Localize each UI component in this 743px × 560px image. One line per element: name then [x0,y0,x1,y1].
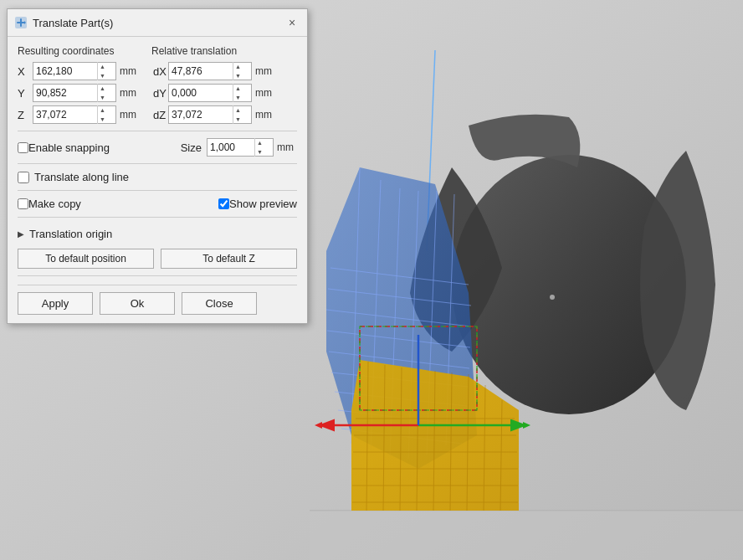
z-spinbox[interactable]: ▲ ▼ [33,105,116,124]
dy-up-arrow[interactable]: ▲ [233,84,243,93]
dx-input[interactable] [169,63,233,80]
size-up-arrow[interactable]: ▲ [255,138,264,147]
y-unit: mm [120,87,140,99]
show-preview-check-group: Show preview [218,198,297,210]
to-default-z-button[interactable]: To default Z [161,249,297,269]
dialog-icon [14,16,28,29]
origin-arrow-icon: ▶ [18,229,24,239]
dz-input[interactable] [169,106,233,123]
size-arrows: ▲ ▼ [254,138,264,157]
size-input[interactable] [208,139,254,156]
dy-arrows: ▲ ▼ [233,84,243,102]
x-arrows: ▲ ▼ [97,62,107,80]
divider-5 [18,275,297,276]
y-coord-row: Y ▲ ▼ mm dY ▲ ▼ mm [18,84,297,102]
dy-spinbox[interactable]: ▲ ▼ [168,84,252,102]
dialog-titlebar: Translate Part(s) × [8,9,307,37]
dy-label: dY [153,87,168,100]
action-buttons-group: Apply Ok Close [18,285,297,315]
z-coord-row: Z ▲ ▼ mm dZ ▲ ▼ mm [18,105,297,124]
dz-spinbox[interactable]: ▲ ▼ [168,105,252,124]
dz-unit: mm [255,109,275,121]
translation-origin-label: Translation origin [29,228,112,240]
enable-snapping-checkbox[interactable] [18,142,28,153]
svg-point-42 [550,295,555,300]
dx-unit: mm [255,65,275,77]
dz-down-arrow[interactable]: ▼ [233,115,243,124]
dx-label: dX [153,65,168,78]
y-up-arrow[interactable]: ▲ [98,84,107,93]
show-preview-label: Show preview [229,198,297,210]
x-input[interactable] [33,63,97,80]
z-label: Z [18,109,33,121]
x-up-arrow[interactable]: ▲ [98,62,107,71]
translation-origin-header[interactable]: ▶ Translation origin [18,224,297,244]
z-input[interactable] [33,106,97,123]
enable-snapping-check-group: Enable snapping [18,141,110,154]
x-label: X [18,65,33,78]
translation-origin-section: ▶ Translation origin To default position… [18,224,297,269]
show-preview-checkbox[interactable] [218,198,229,209]
dx-up-arrow[interactable]: ▲ [233,62,243,71]
dz-up-arrow[interactable]: ▲ [233,105,243,115]
close-button[interactable]: × [284,14,300,31]
translate-along-line-checkbox[interactable] [18,172,29,183]
apply-button[interactable]: Apply [18,292,93,315]
relative-translation-header: Relative translation [151,45,297,57]
divider-1 [18,131,297,131]
make-copy-label: Make copy [28,198,81,210]
divider-4 [18,217,297,218]
dz-arrows: ▲ ▼ [233,105,243,124]
dy-unit: mm [255,87,275,99]
y-input[interactable] [33,85,97,101]
dx-down-arrow[interactable]: ▼ [233,71,243,80]
dx-arrows: ▲ ▼ [233,62,243,80]
z-down-arrow[interactable]: ▼ [98,115,107,124]
svg-rect-2 [310,511,743,560]
ok-button[interactable]: Ok [100,292,175,315]
make-copy-check-group: Make copy [18,198,81,210]
dialog-body: Resulting coordinates Relative translati… [8,37,307,323]
z-unit: mm [120,109,140,121]
size-label: Size [181,141,202,154]
column-headers: Resulting coordinates Relative translati… [18,45,297,57]
close-dialog-button[interactable]: Close [182,292,257,315]
z-arrows: ▲ ▼ [97,105,107,124]
y-spinbox[interactable]: ▲ ▼ [33,84,116,102]
divider-2 [18,163,297,164]
copy-preview-row: Make copy Show preview [18,198,297,210]
make-copy-checkbox[interactable] [18,198,28,209]
translate-dialog: Translate Part(s) × Resulting coordinate… [7,8,308,324]
x-coord-row: X ▲ ▼ mm dX ▲ ▼ mm [18,62,297,80]
x-spinbox[interactable]: ▲ ▼ [33,62,116,80]
size-down-arrow[interactable]: ▼ [255,147,264,157]
y-label: Y [18,87,33,100]
size-spinbox[interactable]: ▲ ▼ [207,138,274,157]
origin-buttons-group: To default position To default Z [18,249,297,269]
dy-input[interactable] [169,85,233,101]
size-unit: mm [277,141,297,153]
divider-3 [18,190,297,191]
x-unit: mm [120,65,140,77]
snapping-size-row: Enable snapping Size ▲ ▼ mm [18,138,297,157]
dx-spinbox[interactable]: ▲ ▼ [168,62,252,80]
dialog-title: Translate Part(s) [33,17,284,29]
dz-label: dZ [153,109,168,121]
z-up-arrow[interactable]: ▲ [98,105,107,115]
y-arrows: ▲ ▼ [97,84,107,102]
translate-along-line-label: Translate along line [34,171,129,183]
enable-snapping-label: Enable snapping [28,141,110,154]
translate-along-line-row: Translate along line [18,171,297,183]
to-default-position-button[interactable]: To default position [18,249,154,269]
resulting-coords-header: Resulting coordinates [18,45,151,57]
size-group: Size ▲ ▼ mm [181,138,297,157]
y-down-arrow[interactable]: ▼ [98,93,107,102]
dy-down-arrow[interactable]: ▼ [233,93,243,102]
x-down-arrow[interactable]: ▼ [98,71,107,80]
